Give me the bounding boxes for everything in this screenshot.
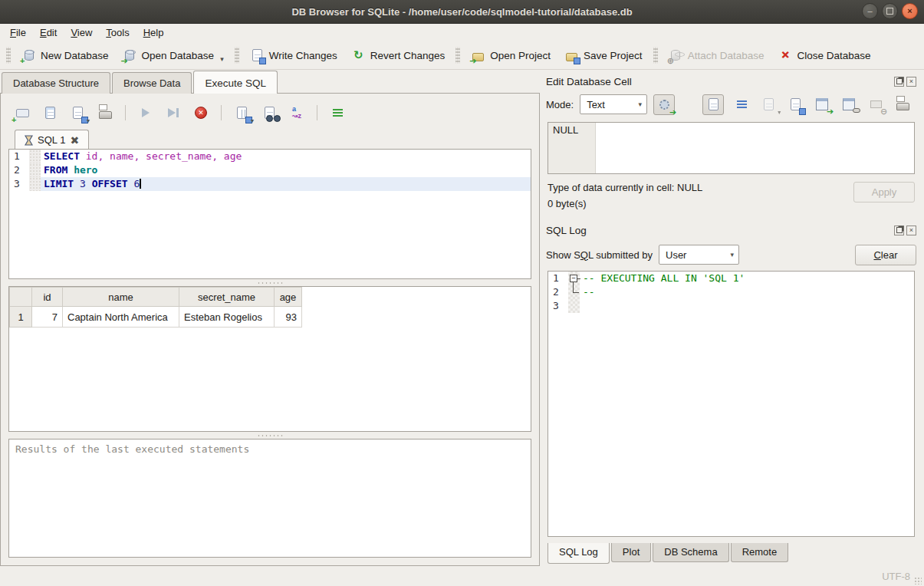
- clear-log-button[interactable]: Clear: [855, 245, 916, 265]
- close-database-button[interactable]: × Close Database: [771, 45, 876, 66]
- set-null-icon: ⊖: [866, 95, 885, 114]
- code-line[interactable]: 1SELECT id, name, secret_name, age: [9, 150, 531, 163]
- mode-select[interactable]: Text ▾: [580, 94, 647, 114]
- text-view-icon[interactable]: [702, 94, 724, 115]
- menu-view[interactable]: View: [64, 25, 99, 40]
- replace-icon[interactable]: a↝z: [288, 104, 306, 122]
- status-bar: UTF-8: [0, 566, 924, 586]
- tab-execute-sql[interactable]: Execute SQL: [193, 71, 278, 94]
- table-cell[interactable]: 7: [32, 307, 63, 328]
- word-wrap-icon[interactable]: [732, 95, 751, 114]
- new-database-button[interactable]: + New Database: [15, 45, 115, 66]
- code-line[interactable]: 2FROM hero: [9, 163, 531, 177]
- column-header-secret_name[interactable]: secret_name: [179, 288, 275, 307]
- sql-log-view[interactable]: 1−-- EXECUTING ALL IN 'SQL 1'2--3: [547, 271, 915, 537]
- menu-help[interactable]: Help: [136, 25, 171, 40]
- sql-toolbar: + ▾ ✕ ▾ a↝z: [8, 100, 531, 126]
- maximize-icon[interactable]: [882, 3, 898, 19]
- export-data-icon[interactable]: [786, 95, 804, 114]
- fold-margin: [568, 299, 580, 313]
- open-tab-icon[interactable]: +: [13, 104, 31, 122]
- print-icon[interactable]: [96, 104, 114, 122]
- open-project-button[interactable]: ➔ Open Project: [465, 45, 557, 66]
- save-sql-file-icon[interactable]: ▾: [68, 104, 87, 122]
- close-icon[interactable]: ×: [902, 3, 918, 19]
- row-header[interactable]: 1: [10, 307, 32, 328]
- auto-apply-icon[interactable]: ➔: [653, 94, 675, 115]
- close-panel-icon[interactable]: ×: [906, 226, 916, 235]
- code-line[interactable]: 2--: [548, 285, 914, 299]
- revert-changes-button[interactable]: ↻ Revert Changes: [345, 45, 452, 66]
- execute-sql-panel: + ▾ ✕ ▾ a↝z SQL 1 ✖: [0, 93, 540, 566]
- tab-plot[interactable]: Plot: [611, 543, 651, 562]
- code-line[interactable]: 1−-- EXECUTING ALL IN 'SQL 1': [548, 272, 914, 285]
- encoding-indicator[interactable]: UTF-8: [882, 571, 910, 582]
- fold-tail-line: [573, 282, 579, 293]
- tab-db-schema[interactable]: DB Schema: [653, 543, 728, 562]
- open-database-button[interactable]: ➔ Open Database ▾: [117, 45, 230, 66]
- close-tab-icon[interactable]: ✖: [70, 135, 79, 146]
- find-icon[interactable]: [260, 104, 278, 122]
- close-panel-icon[interactable]: ×: [906, 77, 916, 87]
- float-panel-icon[interactable]: [894, 226, 904, 235]
- execution-message-area[interactable]: Results of the last executed statements: [8, 439, 531, 558]
- toolbar-handle[interactable]: [455, 47, 460, 64]
- menu-tools[interactable]: Tools: [99, 25, 136, 40]
- open-sql-file-icon[interactable]: [41, 104, 59, 122]
- set-link-icon[interactable]: [840, 95, 858, 114]
- minimize-icon[interactable]: –: [862, 3, 878, 19]
- column-header-id[interactable]: id: [32, 288, 63, 307]
- column-header-name[interactable]: name: [63, 288, 179, 307]
- attach-database-button: ⊕ Attach Database: [663, 45, 771, 66]
- tab-sql-log[interactable]: SQL Log: [547, 543, 610, 564]
- mode-label: Mode:: [546, 99, 574, 110]
- open-external-icon[interactable]: ➔: [813, 95, 831, 114]
- open-project-label: Open Project: [490, 50, 551, 61]
- code-text: LIMIT 3 OFFSET 6: [41, 177, 531, 191]
- open-database-label: Open Database: [142, 50, 215, 61]
- tab-remote[interactable]: Remote: [731, 543, 789, 562]
- log-filter-select[interactable]: User ▾: [659, 245, 739, 265]
- grid-corner-header[interactable]: [10, 288, 32, 307]
- splitter-handle[interactable]: [8, 279, 531, 286]
- fold-margin: [568, 285, 580, 299]
- menu-file[interactable]: File: [3, 25, 33, 40]
- table-cell[interactable]: 93: [275, 307, 302, 328]
- toolbar-handle[interactable]: [6, 47, 11, 64]
- code-line[interactable]: 3LIMIT 3 OFFSET 6: [9, 177, 531, 191]
- tab-browse-data[interactable]: Browse Data: [112, 72, 192, 94]
- close-database-icon: ×: [778, 48, 792, 63]
- fold-margin: [29, 177, 41, 191]
- chevron-down-icon[interactable]: ▾: [220, 55, 224, 63]
- code-line[interactable]: 3: [548, 299, 914, 313]
- execute-all-icon: [136, 104, 155, 122]
- text-cursor: [140, 179, 141, 189]
- cell-value-editor[interactable]: NULL: [547, 122, 915, 174]
- resize-grip[interactable]: [914, 577, 922, 584]
- splitter-handle[interactable]: [8, 432, 531, 439]
- table-cell[interactable]: Esteban Rogelios: [179, 307, 275, 328]
- write-changes-button[interactable]: Write Changes: [244, 45, 344, 66]
- tab-database-structure[interactable]: Database Structure: [2, 72, 110, 94]
- sql-log-title: SQL Log: [546, 225, 894, 236]
- table-cell[interactable]: Captain North America: [63, 307, 179, 328]
- tab-sql-1[interactable]: SQL 1 ✖: [15, 130, 89, 150]
- sql-editor[interactable]: 1SELECT id, name, secret_name, age2FROM …: [8, 149, 531, 279]
- menu-edit[interactable]: Edit: [33, 25, 64, 40]
- toolbar-handle[interactable]: [653, 47, 658, 64]
- column-header-age[interactable]: age: [275, 288, 302, 307]
- save-results-icon[interactable]: ▾: [232, 104, 251, 122]
- write-changes-label: Write Changes: [269, 50, 337, 61]
- execute-current-line-icon: [164, 104, 182, 122]
- table-row: 17Captain North AmericaEsteban Rogelios9…: [10, 307, 302, 328]
- save-project-button[interactable]: Save Project: [558, 45, 649, 66]
- fold-margin: [29, 163, 41, 177]
- toolbar-handle[interactable]: [235, 47, 239, 64]
- fold-collapse-icon[interactable]: −: [570, 275, 577, 282]
- open-database-icon: ➔: [123, 48, 137, 63]
- print-cell-icon[interactable]: [893, 95, 912, 114]
- results-grid: idnamesecret_nameage17Captain North Amer…: [8, 286, 531, 432]
- stop-icon[interactable]: ✕: [192, 104, 210, 122]
- float-panel-icon[interactable]: [894, 77, 904, 87]
- format-sql-icon[interactable]: [328, 104, 347, 122]
